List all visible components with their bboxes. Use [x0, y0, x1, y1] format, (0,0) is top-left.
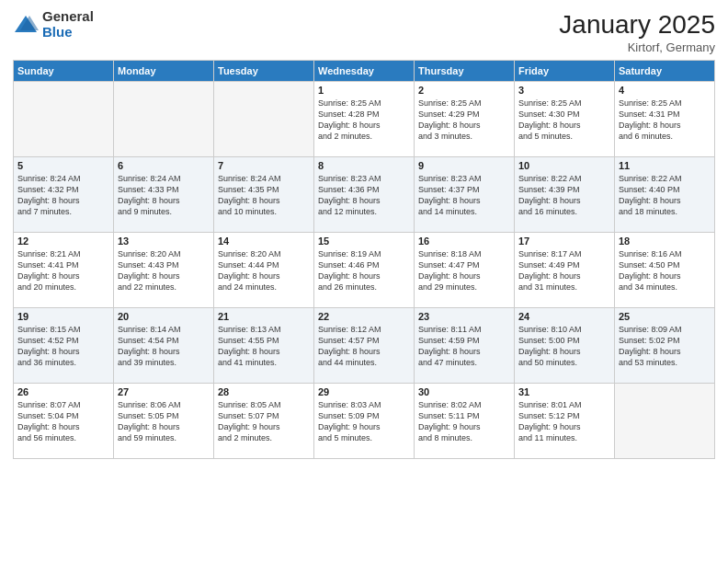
logo: General Blue — [13, 9, 94, 40]
day-number: 13 — [118, 236, 210, 247]
cell-2-4: 16Sunrise: 8:18 AM Sunset: 4:47 PM Dayli… — [415, 232, 515, 307]
cell-1-4: 9Sunrise: 8:23 AM Sunset: 4:37 PM Daylig… — [415, 156, 515, 232]
cell-3-6: 25Sunrise: 8:09 AM Sunset: 5:02 PM Dayli… — [615, 307, 715, 383]
cell-info: Sunrise: 8:09 AM Sunset: 5:02 PM Dayligh… — [619, 324, 711, 369]
cell-4-6 — [615, 383, 715, 458]
cell-3-0: 19Sunrise: 8:15 AM Sunset: 4:52 PM Dayli… — [14, 307, 114, 383]
cell-info: Sunrise: 8:23 AM Sunset: 4:36 PM Dayligh… — [318, 173, 410, 218]
day-number: 20 — [118, 311, 210, 322]
day-number: 14 — [218, 236, 310, 247]
month-title: January 2025 — [559, 9, 715, 40]
cell-info: Sunrise: 8:19 AM Sunset: 4:46 PM Dayligh… — [318, 248, 410, 293]
cell-4-0: 26Sunrise: 8:07 AM Sunset: 5:04 PM Dayli… — [14, 383, 114, 458]
cell-info: Sunrise: 8:02 AM Sunset: 5:11 PM Dayligh… — [418, 399, 510, 444]
cell-1-0: 5Sunrise: 8:24 AM Sunset: 4:32 PM Daylig… — [14, 156, 114, 232]
col-wednesday: Wednesday — [314, 60, 415, 81]
day-number: 30 — [418, 386, 510, 397]
cell-4-3: 29Sunrise: 8:03 AM Sunset: 5:09 PM Dayli… — [314, 383, 415, 458]
cell-info: Sunrise: 8:22 AM Sunset: 4:40 PM Dayligh… — [619, 173, 711, 218]
day-number: 19 — [17, 311, 109, 322]
day-number: 28 — [218, 386, 310, 397]
col-sunday: Sunday — [14, 60, 114, 81]
week-row-3: 19Sunrise: 8:15 AM Sunset: 4:52 PM Dayli… — [14, 307, 715, 383]
day-number: 25 — [619, 311, 711, 322]
logo-general-text: General — [42, 9, 94, 25]
week-row-2: 12Sunrise: 8:21 AM Sunset: 4:41 PM Dayli… — [14, 232, 715, 307]
day-number: 7 — [218, 160, 310, 171]
cell-info: Sunrise: 8:24 AM Sunset: 4:33 PM Dayligh… — [118, 173, 210, 218]
week-row-4: 26Sunrise: 8:07 AM Sunset: 5:04 PM Dayli… — [14, 383, 715, 458]
cell-info: Sunrise: 8:25 AM Sunset: 4:31 PM Dayligh… — [619, 98, 711, 143]
page: General Blue January 2025 Kirtorf, Germa… — [0, 0, 728, 563]
col-thursday: Thursday — [415, 60, 515, 81]
day-number: 31 — [518, 386, 610, 397]
cell-3-2: 21Sunrise: 8:13 AM Sunset: 4:55 PM Dayli… — [214, 307, 314, 383]
cell-info: Sunrise: 8:05 AM Sunset: 5:07 PM Dayligh… — [218, 399, 310, 444]
cell-info: Sunrise: 8:25 AM Sunset: 4:29 PM Dayligh… — [418, 98, 510, 143]
cell-1-3: 8Sunrise: 8:23 AM Sunset: 4:36 PM Daylig… — [314, 156, 415, 232]
day-number: 16 — [418, 236, 510, 247]
subtitle: Kirtorf, Germany — [559, 40, 715, 54]
cell-info: Sunrise: 8:22 AM Sunset: 4:39 PM Dayligh… — [518, 173, 610, 218]
cell-info: Sunrise: 8:07 AM Sunset: 5:04 PM Dayligh… — [17, 399, 109, 444]
cell-info: Sunrise: 8:20 AM Sunset: 4:44 PM Dayligh… — [218, 248, 310, 293]
cell-info: Sunrise: 8:25 AM Sunset: 4:28 PM Dayligh… — [318, 98, 410, 143]
cell-info: Sunrise: 8:23 AM Sunset: 4:37 PM Dayligh… — [418, 173, 510, 218]
day-number: 1 — [318, 85, 410, 96]
cell-0-5: 3Sunrise: 8:25 AM Sunset: 4:30 PM Daylig… — [515, 81, 615, 156]
day-number: 2 — [418, 85, 510, 96]
cell-4-5: 31Sunrise: 8:01 AM Sunset: 5:12 PM Dayli… — [515, 383, 615, 458]
cell-3-4: 23Sunrise: 8:11 AM Sunset: 4:59 PM Dayli… — [415, 307, 515, 383]
logo-icon — [13, 12, 39, 38]
cell-2-5: 17Sunrise: 8:17 AM Sunset: 4:49 PM Dayli… — [515, 232, 615, 307]
cell-0-6: 4Sunrise: 8:25 AM Sunset: 4:31 PM Daylig… — [615, 81, 715, 156]
cell-info: Sunrise: 8:21 AM Sunset: 4:41 PM Dayligh… — [17, 248, 109, 293]
cell-info: Sunrise: 8:01 AM Sunset: 5:12 PM Dayligh… — [518, 399, 610, 444]
cell-3-3: 22Sunrise: 8:12 AM Sunset: 4:57 PM Dayli… — [314, 307, 415, 383]
col-friday: Friday — [515, 60, 615, 81]
day-number: 9 — [418, 160, 510, 171]
cell-info: Sunrise: 8:12 AM Sunset: 4:57 PM Dayligh… — [318, 324, 410, 369]
logo-text: General Blue — [42, 9, 94, 40]
cell-0-4: 2Sunrise: 8:25 AM Sunset: 4:29 PM Daylig… — [415, 81, 515, 156]
cell-info: Sunrise: 8:24 AM Sunset: 4:35 PM Dayligh… — [218, 173, 310, 218]
day-number: 8 — [318, 160, 410, 171]
cell-1-2: 7Sunrise: 8:24 AM Sunset: 4:35 PM Daylig… — [214, 156, 314, 232]
cell-info: Sunrise: 8:03 AM Sunset: 5:09 PM Dayligh… — [318, 399, 410, 444]
day-number: 10 — [518, 160, 610, 171]
cell-info: Sunrise: 8:18 AM Sunset: 4:47 PM Dayligh… — [418, 248, 510, 293]
week-row-0: 1Sunrise: 8:25 AM Sunset: 4:28 PM Daylig… — [14, 81, 715, 156]
day-number: 22 — [318, 311, 410, 322]
day-number: 17 — [518, 236, 610, 247]
day-number: 15 — [318, 236, 410, 247]
cell-info: Sunrise: 8:15 AM Sunset: 4:52 PM Dayligh… — [17, 324, 109, 369]
day-number: 18 — [619, 236, 711, 247]
header-row: Sunday Monday Tuesday Wednesday Thursday… — [14, 60, 715, 81]
cell-2-2: 14Sunrise: 8:20 AM Sunset: 4:44 PM Dayli… — [214, 232, 314, 307]
cell-4-1: 27Sunrise: 8:06 AM Sunset: 5:05 PM Dayli… — [114, 383, 214, 458]
title-block: January 2025 Kirtorf, Germany — [559, 9, 715, 54]
cell-info: Sunrise: 8:17 AM Sunset: 4:49 PM Dayligh… — [518, 248, 610, 293]
week-row-1: 5Sunrise: 8:24 AM Sunset: 4:32 PM Daylig… — [14, 156, 715, 232]
cell-2-1: 13Sunrise: 8:20 AM Sunset: 4:43 PM Dayli… — [114, 232, 214, 307]
cell-info: Sunrise: 8:25 AM Sunset: 4:30 PM Dayligh… — [518, 98, 610, 143]
cell-info: Sunrise: 8:10 AM Sunset: 5:00 PM Dayligh… — [518, 324, 610, 369]
cell-0-3: 1Sunrise: 8:25 AM Sunset: 4:28 PM Daylig… — [314, 81, 415, 156]
cell-4-4: 30Sunrise: 8:02 AM Sunset: 5:11 PM Dayli… — [415, 383, 515, 458]
calendar: Sunday Monday Tuesday Wednesday Thursday… — [13, 60, 715, 459]
day-number: 24 — [518, 311, 610, 322]
day-number: 4 — [619, 85, 711, 96]
cell-1-5: 10Sunrise: 8:22 AM Sunset: 4:39 PM Dayli… — [515, 156, 615, 232]
day-number: 26 — [17, 386, 109, 397]
col-tuesday: Tuesday — [214, 60, 314, 81]
header: General Blue January 2025 Kirtorf, Germa… — [13, 9, 715, 54]
day-number: 3 — [518, 85, 610, 96]
day-number: 6 — [118, 160, 210, 171]
cell-info: Sunrise: 8:16 AM Sunset: 4:50 PM Dayligh… — [619, 248, 711, 293]
cell-info: Sunrise: 8:13 AM Sunset: 4:55 PM Dayligh… — [218, 324, 310, 369]
cell-info: Sunrise: 8:11 AM Sunset: 4:59 PM Dayligh… — [418, 324, 510, 369]
cell-3-5: 24Sunrise: 8:10 AM Sunset: 5:00 PM Dayli… — [515, 307, 615, 383]
cell-4-2: 28Sunrise: 8:05 AM Sunset: 5:07 PM Dayli… — [214, 383, 314, 458]
cell-info: Sunrise: 8:14 AM Sunset: 4:54 PM Dayligh… — [118, 324, 210, 369]
day-number: 12 — [17, 236, 109, 247]
